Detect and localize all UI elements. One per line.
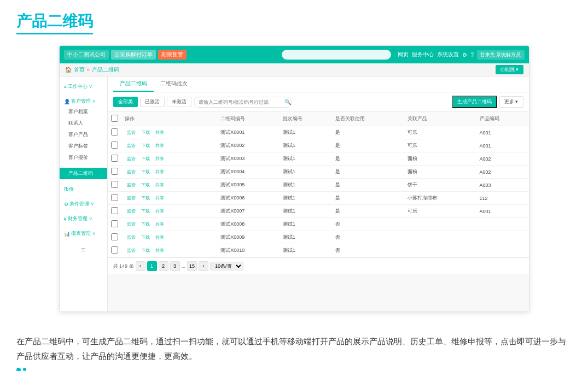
sidebar-item-customer-products[interactable]: 客户产品	[60, 129, 107, 140]
sidebar-group-conditions[interactable]: ⚙ 条件管理 ∨	[60, 198, 107, 209]
sidebar-group-reports[interactable]: 📊 报表管理 ∨	[60, 228, 107, 238]
workspace-icon: ≡	[64, 84, 67, 90]
settings-icon[interactable]: ⚙	[462, 52, 467, 58]
sidebar-collapse-icon[interactable]: ≡	[81, 245, 85, 254]
action-download-6[interactable]: 下载	[139, 208, 152, 215]
more-button[interactable]: 更多 ▾	[499, 96, 523, 108]
action-edit-7[interactable]: 监管	[125, 221, 138, 228]
page-size-select[interactable]: 10条/页 20条/页 50条/页	[210, 262, 243, 270]
action-share-1[interactable]: 共享	[153, 142, 166, 149]
cell-qrcode-0: 测试X0001	[217, 126, 280, 139]
action-edit-3[interactable]: 监管	[125, 168, 138, 175]
cell-linked-1: 是	[332, 139, 404, 152]
row-checkbox-1[interactable]	[111, 142, 118, 149]
table-row: 监管 下载 共享 测试X0006 测试1 是 小苏打海绵布 112	[108, 192, 529, 205]
breadcrumb-home[interactable]: 首页	[74, 66, 85, 74]
page-2-button[interactable]: 2	[159, 261, 168, 271]
search-input[interactable]	[194, 97, 292, 108]
row-checkbox-6[interactable]	[111, 207, 118, 214]
generate-qrcode-button[interactable]: 生成产品二维码	[452, 96, 497, 108]
action-download-3[interactable]: 下载	[139, 168, 152, 175]
select-all-checkbox[interactable]	[111, 115, 118, 122]
alert-button[interactable]: 期限预警	[158, 50, 187, 60]
action-share-9[interactable]: 共享	[153, 247, 166, 254]
action-download-9[interactable]: 下载	[139, 247, 152, 254]
action-share-5[interactable]: 共享	[153, 195, 166, 202]
row-checkbox-0[interactable]	[111, 128, 118, 136]
row-checkbox-3[interactable]	[111, 168, 118, 175]
cell-linked-9: 否	[332, 244, 404, 257]
sidebar-group-quote[interactable]: 报价	[60, 184, 107, 194]
sidebar-group-customers[interactable]: 👤 客户管理 ∧	[60, 96, 107, 106]
nav-link-network[interactable]: 网页	[398, 51, 409, 58]
row-checkbox-8[interactable]	[111, 233, 118, 240]
sidebar-item-customer-tags[interactable]: 客户标签	[60, 140, 107, 152]
filter-activated[interactable]: 已激活	[140, 97, 165, 107]
page-3-button[interactable]: 3	[170, 261, 180, 271]
prev-page-button[interactable]: ‹	[136, 261, 145, 271]
sidebar-item-customer-quotes[interactable]: 客户报价	[60, 152, 107, 163]
action-download-4[interactable]: 下载	[139, 181, 152, 189]
user-info[interactable]: 甘来先 系统解方员	[477, 50, 525, 60]
sidebar-group-workspace[interactable]: ≡ 工作中心 ∨	[60, 81, 107, 91]
action-share-7[interactable]: 共享	[153, 221, 166, 228]
action-edit-9[interactable]: 监管	[125, 247, 138, 254]
action-edit-1[interactable]: 监管	[125, 142, 138, 149]
action-download-2[interactable]: 下载	[139, 155, 152, 162]
reports-icon: 📊	[64, 231, 70, 237]
action-download-1[interactable]: 下载	[139, 142, 152, 149]
action-edit-2[interactable]: 监管	[125, 155, 138, 162]
sidebar-item-customer-file[interactable]: 客户档案	[60, 106, 107, 117]
action-share-8[interactable]: 共享	[153, 234, 166, 241]
cell-product-code-4: A003	[476, 179, 529, 192]
cell-product-1: 可乐	[404, 139, 476, 152]
cell-qrcode-2: 测试X0003	[217, 152, 280, 166]
action-edit-0[interactable]: 监管	[125, 129, 138, 136]
row-checkbox-9[interactable]	[111, 246, 118, 254]
filter-all[interactable]: 全部类	[113, 97, 138, 107]
row-checkbox-7[interactable]	[111, 220, 118, 227]
page-15-button[interactable]: 15	[187, 261, 197, 271]
sidebar-section-workspace: ≡ 工作中心 ∨	[60, 79, 107, 93]
home-icon[interactable]: 🏠	[65, 67, 72, 73]
filter-not-activated[interactable]: 未激活	[167, 97, 191, 107]
tab-product-qrcode[interactable]: 产品二维码	[113, 76, 154, 92]
action-edit-6[interactable]: 监管	[125, 208, 138, 215]
action-download-7[interactable]: 下载	[139, 221, 152, 228]
help-icon[interactable]: ?	[470, 52, 474, 58]
action-dropdown[interactable]: 功能跳 ▾	[496, 65, 523, 74]
table-row: 监管 下载 共享 测试X0010 测试1 否	[108, 244, 529, 257]
row-checkbox-2[interactable]	[111, 155, 118, 162]
cell-product-code-9	[476, 244, 529, 257]
cell-product-0: 可乐	[404, 126, 476, 139]
action-share-2[interactable]: 共享	[153, 155, 166, 162]
action-download-0[interactable]: 下载	[139, 129, 152, 136]
action-share-6[interactable]: 共享	[153, 208, 166, 215]
nav-link-settings[interactable]: 系统设置	[437, 51, 459, 58]
action-edit-4[interactable]: 监管	[125, 181, 138, 189]
action-download-8[interactable]: 下载	[139, 234, 152, 241]
nav-link-service[interactable]: 服务中心	[412, 51, 434, 58]
action-share-0[interactable]: 共享	[153, 129, 166, 136]
page-1-button[interactable]: 1	[147, 261, 157, 271]
action-share-4[interactable]: 共享	[153, 181, 166, 189]
action-edit-8[interactable]: 监管	[125, 234, 138, 241]
action-share-3[interactable]: 共享	[153, 168, 166, 175]
pagination: 共 149 条 ‹ 1 2 3 ... 15 › 10条/页 20条/页 50条…	[108, 257, 529, 274]
row-checkbox-4[interactable]	[111, 181, 118, 188]
search-bar[interactable]	[282, 50, 391, 60]
active-module[interactable]: 云采购解付订单	[111, 50, 156, 60]
content-tabs: 产品二维码 二维码批次	[108, 76, 529, 92]
cell-qrcode-1: 测试X0002	[217, 139, 280, 152]
sidebar-item-contacts[interactable]: 联系人	[60, 117, 107, 129]
sidebar-group-finance[interactable]: ¥ 财务管理 ∨	[60, 213, 107, 223]
action-download-5[interactable]: 下载	[139, 195, 152, 202]
row-checkbox-5[interactable]	[111, 194, 118, 201]
tab-qrcode-batch[interactable]: 二维码批次	[154, 76, 194, 92]
action-edit-5[interactable]: 监管	[125, 195, 138, 202]
next-page-button[interactable]: ›	[199, 261, 208, 271]
page-ellipsis: ...	[182, 263, 186, 269]
cell-product-code-5: 112	[476, 192, 529, 205]
cell-qrcode-5: 测试X0006	[217, 192, 280, 205]
sidebar-item-product-qrcode[interactable]: 产品二维码	[60, 168, 107, 179]
